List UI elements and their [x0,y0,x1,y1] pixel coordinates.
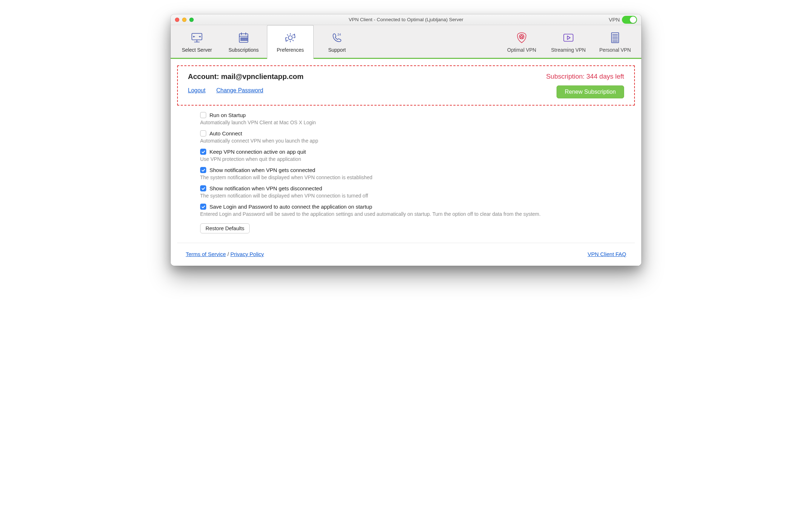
pref-label: Save Login and Password to auto connect … [209,204,372,210]
tab-label: Select Server [182,47,212,53]
svg-rect-13 [564,34,573,41]
svg-text:24: 24 [337,33,341,36]
gear-rotate-icon [283,31,297,45]
vpn-toggle-label: VPN [609,17,620,23]
checkbox-notify-conn[interactable] [200,167,206,173]
footer: Terms of Service / Privacy Policy VPN Cl… [177,243,635,266]
checkbox-notify-disc[interactable] [200,185,206,191]
logout-link[interactable]: Logout [188,87,206,94]
pref-description: Entered Login and Password will be saved… [200,211,626,217]
pref-auto-connect: Auto ConnectAutomatically connect VPN wh… [200,130,626,144]
pref-description: Automatically launch VPN Client at Mac O… [200,120,626,125]
badge-star-icon [515,31,529,45]
minimize-window-button[interactable] [182,18,186,22]
pref-description: Automatically connect VPN when you launc… [200,138,626,144]
badge-star-icon [515,31,529,45]
vpn-toggle[interactable] [622,16,637,24]
window-controls [175,18,194,22]
svg-rect-5 [246,38,247,39]
subscription-days-left: Subscription: 344 days left [546,73,624,80]
checkbox-auto-connect[interactable] [200,130,206,136]
svg-rect-2 [241,38,242,39]
svg-point-10 [289,36,292,40]
pref-label: Show notification when VPN gets disconne… [209,185,322,191]
tab-personal-vpn[interactable]: Personal VPN [592,25,638,58]
renew-subscription-button[interactable]: Renew Subscription [557,85,624,98]
account-email: mail@vpnclientapp.com [221,73,304,80]
pref-keep-active: Keep VPN connection active on app quitUs… [200,149,626,162]
play-square-icon [561,31,576,45]
pref-notify-conn: Show notification when VPN gets connecte… [200,167,626,180]
tab-label: Support [328,47,346,53]
terms-of-service-link[interactable]: Terms of Service [186,251,226,257]
tab-support[interactable]: 24Support [314,25,360,58]
tab-streaming-vpn[interactable]: Streaming VPN [545,25,592,58]
pref-label: Auto Connect [209,130,242,136]
gear-rotate-icon [283,31,297,45]
svg-rect-7 [243,40,244,41]
tab-label: Personal VPN [599,47,631,53]
svg-rect-6 [241,40,242,41]
toolbar: Select ServerSubscriptionsPreferences24S… [171,25,641,59]
tab-label: Optimal VPN [507,47,536,53]
tab-select-server[interactable]: Select Server [174,25,220,58]
account-title: Account: mail@vpnclientapp.com [188,73,304,81]
pref-save-login: Save Login and Password to auto connect … [200,204,626,217]
checkbox-keep-active[interactable] [200,149,206,155]
phone-24-icon: 24 [330,31,344,45]
tab-optimal-vpn[interactable]: Optimal VPN [498,25,545,58]
change-password-link[interactable]: Change Password [216,87,263,94]
svg-rect-4 [244,38,245,39]
pref-label: Keep VPN connection active on app quit [209,149,306,155]
pref-description: The system notification will be displaye… [200,175,626,180]
svg-rect-9 [246,40,247,41]
preferences-list: Run on StartupAutomatically launch VPN C… [177,106,635,236]
tab-preferences[interactable]: Preferences [267,25,314,59]
svg-rect-8 [244,40,245,41]
tab-label: Streaming VPN [551,47,586,53]
monitor-arrows-icon [190,31,204,45]
restore-defaults-button[interactable]: Restore Defaults [200,223,250,233]
play-square-icon [561,31,576,45]
account-summary-box: Account: mail@vpnclientapp.com Logout Ch… [177,65,635,106]
pref-label: Run on Startup [209,112,246,118]
calendar-icon [236,31,251,45]
preferences-pane: Account: mail@vpnclientapp.com Logout Ch… [171,59,641,266]
privacy-policy-link[interactable]: Privacy Policy [230,251,264,257]
checkbox-save-login[interactable] [200,204,206,210]
pref-label: Show notification when VPN gets connecte… [209,167,315,173]
monitor-arrows-icon [190,31,204,45]
svg-rect-3 [243,38,244,39]
app-window: VPN Client - Connected to Optimal (Ljubl… [171,14,641,266]
pref-description: Use VPN protection when quit the applica… [200,156,626,162]
server-rack-icon [608,31,622,45]
tab-label: Preferences [277,47,304,53]
faq-link[interactable]: VPN Client FAQ [587,251,626,257]
zoom-window-button[interactable] [189,18,194,22]
titlebar: VPN Client - Connected to Optimal (Ljubl… [171,14,641,25]
server-rack-icon [608,31,622,45]
phone-24-icon: 24 [330,31,344,45]
svg-rect-14 [612,33,619,43]
pref-run-startup: Run on StartupAutomatically launch VPN C… [200,112,626,125]
footer-separator: / [227,251,230,257]
checkbox-run-startup[interactable] [200,112,206,118]
calendar-icon [236,31,251,45]
tab-label: Subscriptions [229,47,259,53]
close-window-button[interactable] [175,18,179,22]
pref-notify-disc: Show notification when VPN gets disconne… [200,185,626,199]
pref-description: The system notification will be displaye… [200,193,626,199]
tab-subscriptions[interactable]: Subscriptions [220,25,267,58]
account-label: Account: [188,73,219,80]
window-title: VPN Client - Connected to Optimal (Ljubl… [171,17,641,22]
